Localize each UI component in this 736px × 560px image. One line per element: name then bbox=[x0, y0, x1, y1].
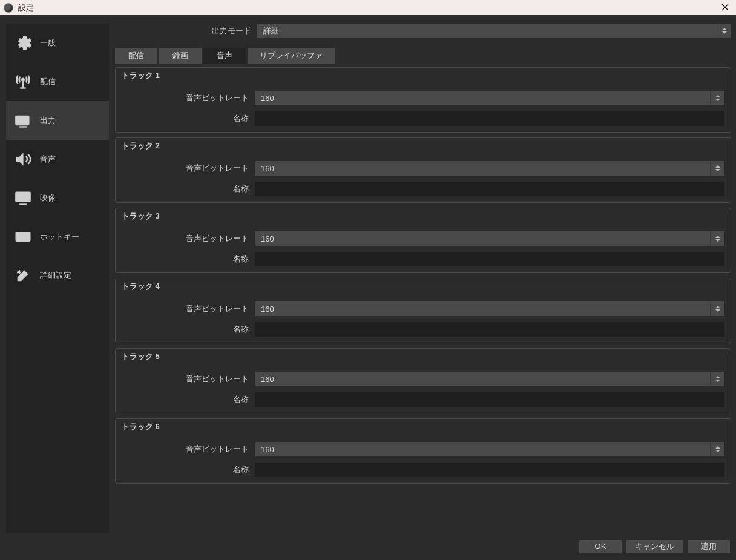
name-input-wrap[interactable] bbox=[255, 182, 724, 196]
titlebar: 設定 bbox=[0, 0, 736, 15]
output-mode-row: 出力モード bbox=[115, 24, 731, 38]
output-mode-value[interactable] bbox=[257, 24, 731, 38]
name-input[interactable] bbox=[255, 463, 724, 477]
name-label: 名称 bbox=[122, 324, 249, 335]
sidebar-item-video[interactable]: 映像 bbox=[6, 179, 109, 217]
bitrate-input-wrap[interactable] bbox=[255, 372, 724, 386]
track-title: トラック 2 bbox=[122, 140, 724, 151]
sidebar: 一般 配信 出力 音声 映像 bbox=[6, 24, 109, 533]
bitrate-label: 音声ビットレート bbox=[122, 374, 249, 384]
bitrate-label: 音声ビットレート bbox=[122, 93, 249, 104]
bitrate-input-wrap[interactable] bbox=[255, 231, 724, 246]
name-input-wrap[interactable] bbox=[255, 463, 724, 477]
tab-replay-buffer[interactable]: リプレイバッファ bbox=[248, 48, 335, 64]
gear-icon bbox=[13, 33, 33, 53]
track-group: トラック 4音声ビットレート名称 bbox=[115, 278, 731, 343]
bitrate-input-wrap[interactable] bbox=[255, 301, 724, 316]
bitrate-input[interactable] bbox=[255, 301, 724, 316]
sidebar-item-hotkeys[interactable]: ホットキー bbox=[6, 217, 109, 256]
close-button[interactable] bbox=[718, 0, 732, 15]
name-input-wrap[interactable] bbox=[255, 252, 724, 266]
track-title: トラック 5 bbox=[122, 351, 724, 362]
cancel-button[interactable]: キャンセル bbox=[626, 540, 683, 553]
name-row: 名称 bbox=[122, 392, 724, 407]
sidebar-item-label: 音声 bbox=[40, 154, 56, 165]
track-title: トラック 1 bbox=[122, 70, 724, 81]
bitrate-label: 音声ビットレート bbox=[122, 233, 249, 244]
name-input-wrap[interactable] bbox=[255, 322, 724, 337]
sidebar-item-advanced[interactable]: 詳細設定 bbox=[6, 256, 109, 295]
name-label: 名称 bbox=[122, 464, 249, 475]
track-group: トラック 6音声ビットレート名称 bbox=[115, 418, 731, 484]
tracks-container: トラック 1音声ビットレート名称トラック 2音声ビットレート名称トラック 3音声… bbox=[115, 67, 731, 533]
output-mode-label: 出力モード bbox=[115, 25, 251, 36]
bitrate-input[interactable] bbox=[255, 161, 724, 176]
track-group: トラック 2音声ビットレート名称 bbox=[115, 137, 731, 203]
spinner-icon[interactable] bbox=[710, 372, 724, 386]
bitrate-row: 音声ビットレート bbox=[122, 372, 724, 386]
close-icon bbox=[721, 4, 729, 11]
name-input[interactable] bbox=[255, 252, 724, 266]
output-tabs: 配信 録画 音声 リプレイバッファ bbox=[115, 48, 731, 64]
spinner-icon[interactable] bbox=[710, 231, 724, 246]
antenna-icon bbox=[13, 72, 33, 91]
name-input[interactable] bbox=[255, 392, 724, 407]
bitrate-label: 音声ビットレート bbox=[122, 444, 249, 455]
sidebar-item-label: 出力 bbox=[40, 115, 56, 126]
sidebar-item-stream[interactable]: 配信 bbox=[6, 62, 109, 101]
tab-audio[interactable]: 音声 bbox=[203, 48, 246, 64]
speaker-icon bbox=[13, 150, 33, 169]
spinner-icon[interactable] bbox=[710, 91, 724, 105]
name-input[interactable] bbox=[255, 182, 724, 196]
tools-icon bbox=[13, 266, 33, 285]
obs-app-icon bbox=[4, 3, 13, 13]
spinner-icon[interactable] bbox=[710, 161, 724, 176]
sidebar-item-label: 映像 bbox=[40, 193, 56, 203]
track-title: トラック 4 bbox=[122, 281, 724, 292]
bitrate-row: 音声ビットレート bbox=[122, 301, 724, 316]
spinner-icon[interactable] bbox=[710, 442, 724, 456]
bitrate-row: 音声ビットレート bbox=[122, 442, 724, 456]
output-mode-select[interactable] bbox=[257, 24, 731, 38]
name-row: 名称 bbox=[122, 252, 724, 266]
track-title: トラック 6 bbox=[122, 421, 724, 432]
track-group: トラック 5音声ビットレート名称 bbox=[115, 348, 731, 413]
bitrate-label: 音声ビットレート bbox=[122, 303, 249, 314]
name-label: 名称 bbox=[122, 113, 249, 124]
name-input-wrap[interactable] bbox=[255, 392, 724, 407]
bitrate-input-wrap[interactable] bbox=[255, 442, 724, 456]
name-label: 名称 bbox=[122, 394, 249, 405]
track-group: トラック 3音声ビットレート名称 bbox=[115, 208, 731, 273]
apply-button[interactable]: 適用 bbox=[688, 540, 730, 553]
bitrate-input[interactable] bbox=[255, 231, 724, 246]
bitrate-label: 音声ビットレート bbox=[122, 163, 249, 174]
sidebar-item-general[interactable]: 一般 bbox=[6, 24, 109, 62]
footer: OK キャンセル 適用 bbox=[0, 533, 736, 560]
name-input-wrap[interactable] bbox=[255, 111, 724, 126]
select-chevron-icon[interactable] bbox=[717, 24, 731, 38]
sidebar-item-output[interactable]: 出力 bbox=[6, 101, 109, 140]
name-input[interactable] bbox=[255, 111, 724, 126]
name-row: 名称 bbox=[122, 322, 724, 337]
bitrate-input[interactable] bbox=[255, 442, 724, 456]
body: 一般 配信 出力 音声 映像 bbox=[0, 15, 736, 533]
track-group: トラック 1音声ビットレート名称 bbox=[115, 67, 731, 133]
bitrate-row: 音声ビットレート bbox=[122, 161, 724, 176]
window-title: 設定 bbox=[18, 2, 34, 13]
bitrate-input[interactable] bbox=[255, 91, 724, 105]
sidebar-item-audio[interactable]: 音声 bbox=[6, 140, 109, 179]
keyboard-icon bbox=[13, 227, 33, 246]
ok-button[interactable]: OK bbox=[579, 540, 622, 553]
name-input[interactable] bbox=[255, 322, 724, 337]
output-icon bbox=[13, 111, 33, 130]
name-label: 名称 bbox=[122, 254, 249, 265]
name-row: 名称 bbox=[122, 182, 724, 196]
bitrate-input-wrap[interactable] bbox=[255, 161, 724, 176]
spinner-icon[interactable] bbox=[710, 301, 724, 316]
bitrate-input-wrap[interactable] bbox=[255, 91, 724, 105]
tab-stream[interactable]: 配信 bbox=[115, 48, 157, 64]
tab-record[interactable]: 録画 bbox=[159, 48, 202, 64]
sidebar-item-label: 詳細設定 bbox=[40, 270, 71, 281]
bitrate-input[interactable] bbox=[255, 372, 724, 386]
monitor-icon bbox=[13, 188, 33, 208]
